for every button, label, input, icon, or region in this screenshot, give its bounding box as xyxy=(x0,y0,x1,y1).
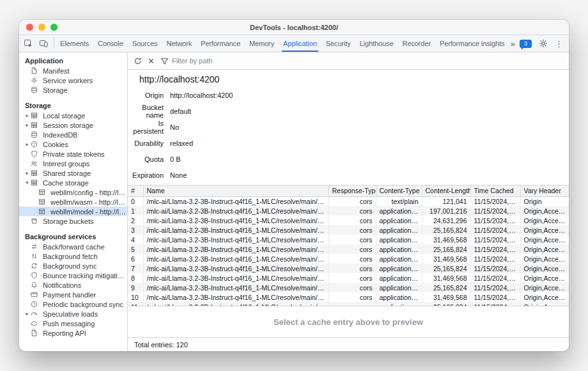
sidebar-item-label: Storage buckets xyxy=(43,217,94,225)
tab-sources[interactable]: Sources xyxy=(128,35,162,52)
sidebar-item-label: Service workers xyxy=(43,77,93,84)
tab-network[interactable]: Network xyxy=(162,35,196,52)
sidebar-item-label: Private state tokens xyxy=(43,150,105,158)
sidebar-item-shared-storage[interactable]: ▸Shared storage xyxy=(19,168,127,178)
sidebar-item-private-state-tokens[interactable]: Private state tokens xyxy=(19,149,127,159)
inspect-element-icon[interactable] xyxy=(21,37,35,50)
tab-recorder[interactable]: Recorder xyxy=(398,35,435,52)
filter-funnel-icon[interactable] xyxy=(160,57,169,65)
cookie-icon xyxy=(31,141,40,148)
tab-memory[interactable]: Memory xyxy=(245,35,279,52)
cache-entry-row[interactable]: 8/mlc-ai/Llama-3.2-3B-Instruct-q4f16_1-M… xyxy=(128,273,569,283)
tab-label: Security xyxy=(326,40,351,47)
sidebar-item-manifest[interactable]: Manifest xyxy=(19,66,127,75)
cache-entry-row[interactable]: 7/mlc-ai/Llama-3.2-3B-Instruct-q4f16_1-M… xyxy=(128,264,569,273)
sidebar-item-background-fetch[interactable]: Background fetch xyxy=(19,251,127,261)
sidebar-item-periodic-background-sync[interactable]: Periodic background sync xyxy=(19,299,127,309)
column-header-time-cached[interactable]: Time Cached xyxy=(470,186,520,196)
tab-console[interactable]: Console xyxy=(93,35,128,52)
column-header-vary-header[interactable]: Vary Header xyxy=(520,186,569,196)
filter-by-path-input[interactable]: Filter by path xyxy=(172,57,213,65)
sidebar-item-local-storage[interactable]: ▸Local storage xyxy=(19,111,127,120)
sidebar-item-push-messaging[interactable]: Push messaging xyxy=(19,319,127,328)
column-header-response-type[interactable]: Response-Type xyxy=(329,186,376,196)
settings-gear-icon[interactable] xyxy=(536,37,550,50)
cache-entry-row[interactable]: 1/mlc-ai/Llama-3.2-3B-Instruct-q4f16_1-M… xyxy=(128,206,569,216)
sidebar-item-label: webllm/wasm - http://loca... xyxy=(50,198,127,206)
minimize-window-button[interactable] xyxy=(38,24,45,31)
sidebar-item-indexeddb[interactable]: IndexedDB xyxy=(19,130,127,139)
kebab-menu-icon[interactable]: ⋮ xyxy=(555,39,563,49)
delete-selected-icon[interactable]: ✕ xyxy=(148,57,155,65)
column-header-name[interactable]: Name xyxy=(143,186,329,196)
titlebar[interactable]: DevTools - localhost:4200/ xyxy=(19,20,569,35)
sidebar-item-label: Shared storage xyxy=(43,170,91,177)
sidebar-item-storage[interactable]: Storage xyxy=(19,85,127,95)
expand-arrow-icon[interactable]: ▸ xyxy=(24,170,31,176)
sidebar-item-interest-groups[interactable]: Interest groups xyxy=(19,159,127,168)
sidebar-item-reporting-api[interactable]: Reporting API xyxy=(19,328,127,338)
grid-icon xyxy=(38,208,48,216)
sidebar-item-label: Background sync xyxy=(43,262,97,270)
column-header-content-type[interactable]: Content-Type xyxy=(376,186,422,196)
sidebar-item-label: Back/forward cache xyxy=(43,243,105,251)
clock-icon xyxy=(31,301,40,308)
tab-label: Memory xyxy=(249,40,274,47)
metadata-label: Quota xyxy=(128,155,170,163)
sidebar-item-background-sync[interactable]: Background sync xyxy=(19,261,127,271)
expand-arrow-icon[interactable]: ▾ xyxy=(24,180,31,186)
sidebar-item-label: Speculative loads xyxy=(43,310,98,318)
column-header-content-length[interactable]: Content-Length xyxy=(422,186,470,196)
cache-entries-grid: #NameResponse-TypeContent-TypeContent-Le… xyxy=(128,185,569,306)
sidebar-item-notifications[interactable]: Notifications xyxy=(19,280,127,290)
sidebar-item-webllm-wasm-http-loca[interactable]: webllm/wasm - http://loca... xyxy=(19,197,127,207)
sidebar-item-label: Cache storage xyxy=(43,179,89,187)
sync-icon xyxy=(31,262,40,270)
cache-entry-row[interactable]: 5/mlc-ai/Llama-3.2-3B-Instruct-q4f16_1-M… xyxy=(128,244,569,254)
expand-arrow-icon[interactable]: ▸ xyxy=(24,311,31,317)
sidebar-item-payment-handler[interactable]: Payment handler xyxy=(19,290,127,299)
table-icon xyxy=(31,170,40,177)
refresh-icon[interactable] xyxy=(134,57,142,65)
experiment-icon xyxy=(507,40,507,47)
tab-security[interactable]: Security xyxy=(321,35,355,52)
cache-entry-row[interactable]: 2/mlc-ai/Llama-3.2-3B-Instruct-q4f16_1-M… xyxy=(128,216,569,225)
sidebar-item-session-storage[interactable]: ▸Session storage xyxy=(19,120,127,130)
expand-arrow-icon[interactable]: ▸ xyxy=(24,122,31,128)
tab-application[interactable]: Application xyxy=(279,35,321,52)
console-messages-badge[interactable]: 3 xyxy=(520,40,532,48)
sidebar-item-label: webllm/model - http://loc... xyxy=(50,208,127,216)
cache-entry-row[interactable]: 6/mlc-ai/Llama-3.2-3B-Instruct-q4f16_1-M… xyxy=(128,254,569,264)
metadata-row-quota: Quota0 B xyxy=(128,151,569,167)
sidebar-section-title: Background services xyxy=(19,232,127,242)
bell-icon xyxy=(31,281,40,289)
cache-entry-row[interactable]: 4/mlc-ai/Llama-3.2-3B-Instruct-q4f16_1-M… xyxy=(128,235,569,244)
cache-entry-row[interactable]: 0/mlc-ai/Llama-3.2-3B-Instruct-q4f16_1-M… xyxy=(128,196,569,206)
sidebar-item-back-forward-cache[interactable]: Back/forward cache xyxy=(19,242,127,251)
expand-arrow-icon[interactable]: ▸ xyxy=(24,141,31,147)
more-panels-button[interactable]: » xyxy=(511,39,515,49)
sidebar-item-cache-storage[interactable]: ▾Cache storage xyxy=(19,178,127,187)
tab-elements[interactable]: Elements xyxy=(56,35,93,52)
sidebar-item-webllm-model-http-loc[interactable]: webllm/model - http://loc... xyxy=(19,207,127,216)
sidebar-item-webllm-config-http-loc[interactable]: webllm/config - http://loc... xyxy=(19,187,127,197)
tab-lighthouse[interactable]: Lighthouse xyxy=(355,35,398,52)
sidebar-item-storage-buckets[interactable]: Storage buckets xyxy=(19,216,127,226)
expand-arrow-icon[interactable]: ▸ xyxy=(24,113,31,118)
cache-entry-row[interactable]: 3/mlc-ai/Llama-3.2-3B-Instruct-q4f16_1-M… xyxy=(128,225,569,235)
tab-performance-insights[interactable]: Performance insights xyxy=(435,35,508,52)
cache-entry-row[interactable]: 10/mlc-ai/Llama-3.2-3B-Instruct-q4f16_1-… xyxy=(128,292,569,302)
sidebar-item-label: Manifest xyxy=(43,67,70,75)
sidebar-item-bounce-tracking-mitigations[interactable]: Bounce tracking mitigations xyxy=(19,271,127,280)
sidebar-item-speculative-loads[interactable]: ▸Speculative loads xyxy=(19,309,127,319)
group-icon xyxy=(31,160,40,168)
zoom-window-button[interactable] xyxy=(50,24,58,31)
sidebar-item-service-workers[interactable]: Service workers xyxy=(19,75,127,85)
sidebar-item-cookies[interactable]: ▸Cookies xyxy=(19,139,127,149)
tab-performance[interactable]: Performance xyxy=(196,35,245,52)
close-window-button[interactable] xyxy=(26,24,33,31)
column-header-[interactable]: # xyxy=(128,186,143,196)
device-toolbar-icon[interactable] xyxy=(36,37,50,50)
cache-entry-row[interactable]: 9/mlc-ai/Llama-3.2-3B-Instruct-q4f16_1-M… xyxy=(128,283,569,292)
tab-label: Sources xyxy=(132,40,158,47)
